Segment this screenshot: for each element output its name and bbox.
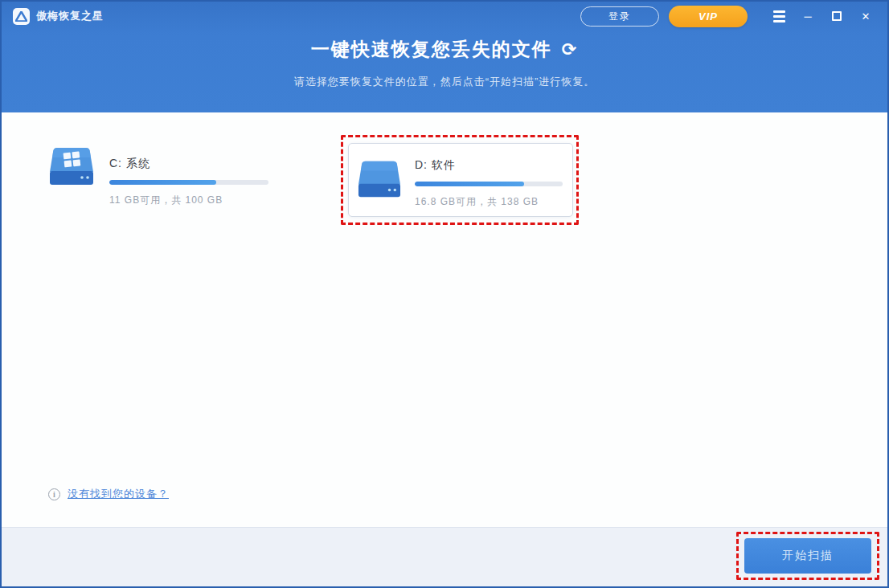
drive-list-area: C: 系统 11 GB可用，共 100 GB D: 软件 <box>2 112 887 529</box>
drive-usage-bar <box>415 182 563 186</box>
page-title-text: 一键快速恢复您丢失的文件 <box>311 37 552 62</box>
hard-drive-icon <box>355 158 404 205</box>
help-row: i 没有找到您的设备？ <box>48 487 169 501</box>
drive-capacity-text: 11 GB可用，共 100 GB <box>109 194 268 207</box>
drive-info-d: D: 软件 16.8 GB可用，共 138 GB <box>415 155 563 209</box>
drive-label: D: 软件 <box>415 158 563 173</box>
window-controls: ─ ✕ <box>768 6 876 27</box>
refresh-icon[interactable]: ⟳ <box>562 39 578 60</box>
drive-usage-fill <box>109 180 216 185</box>
vip-button[interactable]: VIP <box>669 6 748 27</box>
footer: 开始扫描 <box>2 527 887 586</box>
app-title: 傲梅恢复之星 <box>36 9 104 23</box>
maximize-icon[interactable] <box>826 6 847 27</box>
drive-info-c: C: 系统 11 GB可用，共 100 GB <box>109 145 268 207</box>
minimize-icon[interactable]: ─ <box>797 6 818 27</box>
drive-usage-fill <box>415 182 524 186</box>
hero: 一键快速恢复您丢失的文件 ⟳ 请选择您要恢复文件的位置，然后点击“开始扫描”进行… <box>2 37 887 89</box>
device-not-found-link[interactable]: 没有找到您的设备？ <box>68 487 169 501</box>
login-button[interactable]: 登录 <box>580 6 659 27</box>
app-logo-icon <box>13 8 30 25</box>
drive-capacity-text: 16.8 GB可用，共 138 GB <box>415 195 563 209</box>
page-title: 一键快速恢复您丢失的文件 ⟳ <box>311 37 578 62</box>
drive-card-d[interactable]: D: 软件 16.8 GB可用，共 138 GB <box>348 143 573 217</box>
info-icon: i <box>48 488 60 500</box>
titlebar-right: 登录 VIP ─ ✕ <box>580 6 876 27</box>
app-window: 傲梅恢复之星 登录 VIP ─ ✕ 一键快速恢复您丢失的文件 <box>0 0 889 588</box>
drive-card-c[interactable]: C: 系统 11 GB可用，共 100 GB <box>47 145 288 207</box>
drive-label: C: 系统 <box>109 157 268 171</box>
drive-usage-bar <box>109 180 268 185</box>
titlebar: 傲梅恢复之星 登录 VIP ─ ✕ <box>2 2 887 31</box>
close-icon[interactable]: ✕ <box>855 6 876 27</box>
menu-icon[interactable] <box>768 6 789 27</box>
header: 傲梅恢复之星 登录 VIP ─ ✕ 一键快速恢复您丢失的文件 <box>2 2 887 112</box>
windows-drive-icon <box>47 145 96 193</box>
page-subtitle: 请选择您要恢复文件的位置，然后点击“开始扫描”进行恢复。 <box>2 75 887 89</box>
start-scan-button[interactable]: 开始扫描 <box>744 538 871 574</box>
